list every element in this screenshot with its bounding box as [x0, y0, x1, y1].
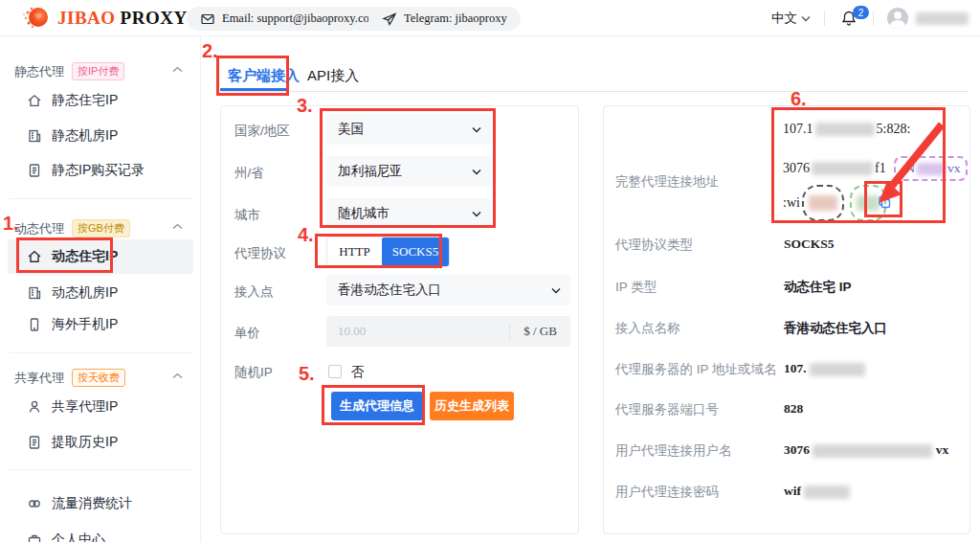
- copy-address-button[interactable]: [873, 191, 896, 214]
- chevron-up-icon[interactable]: [172, 373, 183, 379]
- protocol-type-value: SOCKS5: [784, 237, 835, 252]
- top-header: JIBAOPROXY Email: support@jibaoproxy.com…: [0, 0, 980, 36]
- username-redacted: [916, 12, 969, 25]
- city-value: 随机城市: [338, 205, 390, 222]
- tab-api-access[interactable]: API接入: [307, 67, 359, 85]
- endpoint-name-label: 接入点名称: [615, 320, 680, 337]
- random-ip-checkbox[interactable]: [328, 365, 342, 378]
- notification-count-badge: 2: [853, 6, 869, 19]
- protocol-option-socks5[interactable]: SOCKS5: [382, 237, 449, 266]
- step-1-number: 1.: [3, 213, 19, 235]
- sidebar-section-shared[interactable]: 共享代理 按天收费: [14, 369, 125, 387]
- proxy-address-line-2: 3076 f1 -N vx: [783, 156, 968, 181]
- building-icon: [27, 285, 42, 301]
- sidebar-item-overseas-mobile-ip[interactable]: 海外手机IP: [8, 307, 193, 342]
- protocol-toggle: HTTP SOCKS5: [326, 237, 450, 267]
- username-label: 用户代理连接用户名: [615, 442, 732, 460]
- document-icon: [27, 435, 42, 450]
- tab-client-access[interactable]: 客户端接入: [228, 67, 300, 85]
- country-select[interactable]: 美国: [326, 114, 491, 145]
- server-ip-redacted: [810, 363, 865, 376]
- unit-price-unit: $ / GB: [509, 324, 570, 339]
- sidebar-item-label: 海外手机IP: [52, 316, 118, 333]
- sidebar-section-dynamic[interactable]: 动态代理 按GB付费: [14, 219, 130, 237]
- sidebar-item-traffic-stats[interactable]: 流量消费统计: [8, 486, 193, 521]
- sidebar-item-dynamic-datacenter-ip[interactable]: 动态机房IP: [8, 276, 193, 310]
- step-3-number: 3.: [297, 95, 313, 117]
- sidebar-item-personal-center[interactable]: 个人中心: [8, 523, 193, 542]
- ip-type-value: 动态住宅 IP: [784, 279, 852, 296]
- city-select[interactable]: 随机城市: [326, 198, 491, 229]
- chevron-up-icon[interactable]: [172, 66, 183, 73]
- telegram-plane-icon: [382, 11, 397, 27]
- sidebar-item-extract-history-ip[interactable]: 提取历史IP: [8, 425, 193, 460]
- endpoint-name-value: 香港动态住宅入口: [784, 320, 887, 337]
- server-ip-label: 代理服务器的 IP 地址或域名: [615, 361, 777, 378]
- city-label: 城市: [234, 207, 260, 224]
- lion-logo-icon: [21, 3, 52, 34]
- sidebar-item-static-residential-ip[interactable]: 静态住宅IP: [8, 83, 193, 118]
- sidebar-item-static-datacenter-ip[interactable]: 静态机房IP: [8, 119, 193, 153]
- sidebar-item-label: 动态机房IP: [52, 284, 118, 302]
- traffic-stats-icon: [27, 496, 42, 511]
- session-tag-highlight: -N vx: [894, 156, 969, 181]
- username-redacted: [813, 444, 932, 458]
- server-ip-prefix: 107.: [784, 361, 807, 375]
- language-selector[interactable]: 中文: [758, 10, 824, 27]
- protocol-type-label: 代理协议类型: [615, 237, 693, 254]
- proxy-address-line-1: 107.1 5:828:: [783, 122, 910, 137]
- brand-logo[interactable]: JIBAOPROXY: [21, 3, 188, 34]
- full-address-label: 完整代理连接地址: [615, 173, 719, 191]
- chevron-down-icon: [551, 287, 561, 294]
- country-value: 美国: [338, 121, 364, 138]
- telegram-contact-pill[interactable]: Telegram: jibaoproxy: [368, 7, 521, 31]
- copy-icon: [877, 194, 893, 211]
- email-contact-pill[interactable]: Email: support@jibaoproxy.com: [187, 7, 391, 31]
- step-5-number: 5.: [299, 363, 315, 385]
- chevron-down-icon: [472, 211, 481, 217]
- language-label: 中文: [771, 10, 797, 27]
- sidebar-item-label: 静态机房IP: [52, 127, 118, 145]
- chevron-up-icon[interactable]: [172, 223, 183, 230]
- document-icon: [27, 163, 42, 178]
- address-user-mid: f1: [875, 161, 886, 176]
- server-port-value: 828: [784, 401, 803, 417]
- telegram-contact-text: Telegram: jibaoproxy: [404, 11, 507, 26]
- address-redacted: [815, 123, 875, 136]
- address-redacted: [809, 195, 837, 211]
- endpoint-label: 接入点: [234, 283, 274, 301]
- random-ip-option-label: 否: [351, 364, 365, 381]
- password-value: wif: [784, 484, 850, 499]
- username-prefix: 3076: [784, 442, 810, 457]
- unit-price-value: 10.00: [326, 324, 509, 339]
- state-select[interactable]: 加利福尼亚: [326, 156, 491, 187]
- endpoint-select[interactable]: 香港动态住宅入口: [326, 275, 570, 305]
- sidebar-item-static-ip-purchase-history[interactable]: 静态IP购买记录: [8, 153, 193, 188]
- phone-icon: [27, 317, 42, 332]
- unit-price-input: 10.00 $ / GB: [326, 316, 570, 347]
- email-contact-text: Email: support@jibaoproxy.com: [222, 11, 378, 26]
- generate-proxy-button[interactable]: 生成代理信息: [331, 392, 423, 420]
- protocol-option-http[interactable]: HTTP: [327, 237, 382, 266]
- history-list-button[interactable]: 历史生成列表: [430, 392, 514, 420]
- sidebar-item-dynamic-residential-ip[interactable]: 动态住宅IP: [8, 239, 193, 274]
- address-redacted: [812, 162, 873, 175]
- random-ip-label: 随机IP: [234, 364, 273, 381]
- endpoint-value: 香港动态住宅入口: [338, 282, 441, 299]
- proxy-detail-panel: 完整代理连接地址 107.1 5:828: 3076 f1 -N vx :wi: [603, 105, 970, 534]
- ip-type-label: IP 类型: [615, 279, 657, 296]
- section-badge-pay-per-gb: 按GB付费: [72, 219, 130, 237]
- brand-name-primary: JIBAO: [57, 8, 116, 28]
- proxy-address-line-3: :wi: [783, 185, 886, 221]
- user-avatar[interactable]: [887, 8, 908, 29]
- tabbar-rule: [220, 91, 969, 92]
- notifications-button[interactable]: 2: [825, 10, 873, 27]
- address-ip-suffix: 5:828:: [877, 122, 911, 137]
- section-badge-pay-per-ip: 按IP付费: [72, 62, 124, 80]
- sidebar-item-label: 流量消费统计: [52, 495, 132, 512]
- address-user-prefix: 3076: [783, 161, 810, 176]
- sidebar-item-shared-proxy-ip[interactable]: 共享代理IP: [8, 390, 193, 424]
- section-title: 动态代理: [14, 220, 64, 237]
- section-badge-pay-per-day: 按天收费: [72, 369, 125, 387]
- sidebar-section-static[interactable]: 静态代理 按IP付费: [14, 62, 124, 80]
